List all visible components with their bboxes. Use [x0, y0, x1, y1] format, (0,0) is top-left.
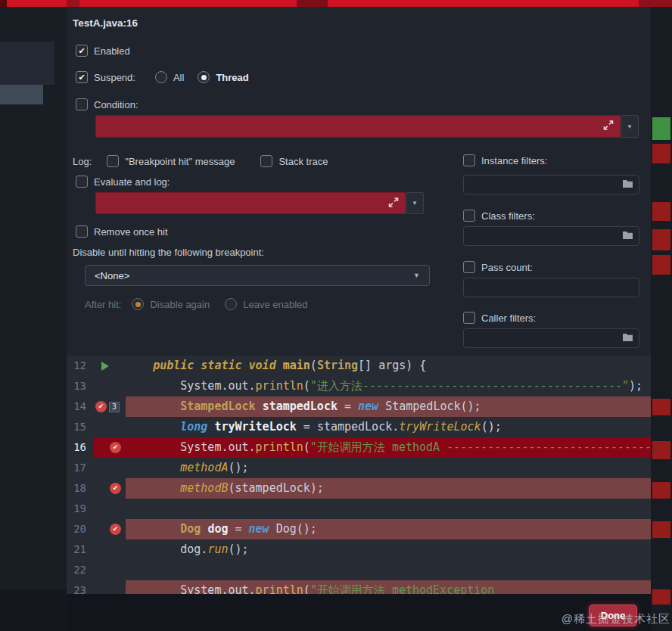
condition-label: Condition: — [94, 99, 138, 110]
class-filters-row: Class filters: — [463, 209, 535, 222]
condition-row: Condition: — [76, 98, 138, 111]
code-text: long tryWriteLock = stampedLock.tryWrite… — [126, 417, 651, 437]
log-stack-trace-checkbox[interactable] — [260, 155, 272, 167]
code-line-18[interactable]: 18✔ methodB(stampedLock); — [67, 478, 651, 499]
breakpoint-combo[interactable]: <None> ▼ — [85, 265, 430, 286]
expand-icon[interactable] — [388, 197, 399, 210]
code-text: System.out.println("开始调用方法 methodExcepti… — [126, 580, 651, 594]
suspend-thread-radio[interactable] — [198, 71, 210, 83]
code-line-15[interactable]: 15 long tryWriteLock = stampedLock.tryWr… — [67, 417, 651, 437]
stripe-mark-red[interactable] — [652, 589, 670, 605]
stripe-mark-red[interactable] — [652, 229, 670, 250]
gutter: ✔ — [94, 437, 126, 458]
stripe-mark-green[interactable] — [652, 117, 670, 140]
remove-once-label: Remove once hit — [94, 226, 168, 238]
run-arrow-icon[interactable] — [101, 362, 109, 371]
code-line-13[interactable]: 13 System.out.println("进入方法-------------… — [67, 376, 651, 396]
breakpoint-count-badge: 3 — [109, 402, 120, 412]
code-line-12[interactable]: 12 public static void main(String[] args… — [67, 356, 651, 376]
gutter — [94, 356, 126, 376]
line-number: 21 — [67, 539, 94, 560]
screen: TestA.java:16 ✔ Enabled ✔ Suspend: All T… — [0, 0, 672, 631]
stripe-mark-red[interactable] — [652, 482, 670, 499]
titlebar-segment — [297, 0, 328, 7]
instance-filters-checkbox[interactable] — [463, 154, 475, 166]
breakpoint-icon[interactable]: ✔ — [110, 442, 121, 453]
line-number: 12 — [67, 356, 94, 376]
condition-input[interactable] — [95, 115, 621, 138]
tool-window-block — [0, 42, 54, 85]
folder-icon[interactable] — [622, 179, 633, 191]
evaluate-row: Evaluate and log: — [76, 175, 170, 188]
code-text — [126, 499, 651, 519]
enabled-checkbox[interactable]: ✔ — [76, 45, 88, 57]
pass-count-checkbox[interactable] — [463, 261, 475, 273]
after-hit-leave-radio[interactable] — [225, 298, 237, 310]
folder-icon[interactable] — [622, 230, 633, 242]
instance-filters-row: Instance filters: — [463, 154, 547, 167]
code-text: StampedLock stampedLock = new StampedLoc… — [126, 396, 651, 417]
enabled-label: Enabled — [94, 45, 130, 57]
remove-once-checkbox[interactable] — [76, 225, 88, 238]
top-bar — [0, 0, 672, 7]
suspend-checkbox[interactable]: ✔ — [76, 71, 88, 83]
folder-icon[interactable] — [622, 332, 633, 344]
project-panel-footer — [0, 590, 67, 631]
code-line-23[interactable]: 23 System.out.println("开始调用方法 methodExce… — [67, 580, 651, 594]
stripe-mark-red[interactable] — [652, 202, 670, 221]
project-panel — [0, 7, 67, 631]
breakpoint-combo-value: <None> — [95, 270, 129, 281]
breakpoint-settings-dialog: TestA.java:16 ✔ Enabled ✔ Suspend: All T… — [67, 7, 651, 356]
caller-filters-row: Caller filters: — [463, 311, 536, 325]
log-row: Log: "Breakpoint hit" message Stack trac… — [73, 154, 328, 168]
after-hit-label: After hit: — [85, 299, 121, 310]
titlebar-segment — [67, 0, 79, 7]
after-hit-disable-radio[interactable] — [132, 298, 144, 310]
project-tree-selected-row[interactable] — [0, 85, 43, 104]
class-filters-checkbox[interactable] — [463, 210, 475, 222]
gutter — [94, 499, 126, 519]
gutter: ✔ — [94, 519, 126, 539]
expand-icon[interactable] — [603, 120, 614, 133]
code-line-20[interactable]: 20✔ Dog dog = new Dog(); — [67, 519, 651, 539]
code-line-17[interactable]: 17 methodA(); — [67, 458, 651, 478]
line-number: 22 — [67, 560, 94, 580]
evaluate-checkbox[interactable] — [76, 176, 88, 188]
stripe-mark-red[interactable] — [652, 144, 670, 163]
titlebar-segment — [639, 0, 672, 7]
chevron-down-icon: ▼ — [412, 200, 418, 207]
stripe-mark-red[interactable] — [652, 399, 670, 415]
code-line-14[interactable]: 14✔3 StampedLock stampedLock = new Stamp… — [67, 396, 651, 417]
line-number: 18 — [67, 478, 94, 499]
code-text — [126, 560, 651, 580]
caller-filters-input[interactable] — [463, 328, 639, 348]
gutter — [94, 560, 126, 580]
line-number: 23 — [67, 580, 94, 594]
instance-filters-input[interactable] — [463, 175, 639, 194]
pass-count-input[interactable] — [463, 278, 639, 297]
code-line-19[interactable]: 19 — [67, 499, 651, 519]
after-hit-disable-label: Disable again — [150, 299, 210, 310]
code-line-22[interactable]: 22 — [67, 560, 651, 580]
code-line-16[interactable]: 16✔ System.out.println("开始调用方法 methodA -… — [67, 437, 651, 458]
log-breakpoint-hit-checkbox[interactable] — [107, 155, 119, 167]
enabled-row: ✔ Enabled — [76, 44, 130, 58]
line-number: 19 — [67, 499, 94, 519]
condition-history-dropdown[interactable]: ▼ — [621, 115, 639, 138]
chevron-down-icon: ▼ — [413, 272, 420, 279]
caller-filters-checkbox[interactable] — [463, 312, 475, 324]
condition-checkbox[interactable] — [76, 98, 88, 110]
stripe-mark-red[interactable] — [652, 255, 670, 275]
code-line-21[interactable]: 21 dog.run(); — [67, 539, 651, 560]
breakpoint-icon[interactable]: ✔ — [110, 483, 121, 494]
breakpoint-icon[interactable]: ✔ — [95, 401, 107, 412]
evaluate-history-dropdown[interactable]: ▼ — [406, 192, 424, 214]
evaluate-input[interactable] — [95, 192, 406, 214]
code-text: Dog dog = new Dog(); — [126, 519, 651, 539]
stripe-mark-red[interactable] — [652, 441, 670, 459]
stripe-mark-red[interactable] — [652, 521, 670, 538]
class-filters-input[interactable] — [463, 226, 639, 246]
suspend-all-radio[interactable] — [155, 71, 167, 83]
radio-dot — [135, 302, 141, 307]
breakpoint-icon[interactable]: ✔ — [110, 524, 121, 535]
